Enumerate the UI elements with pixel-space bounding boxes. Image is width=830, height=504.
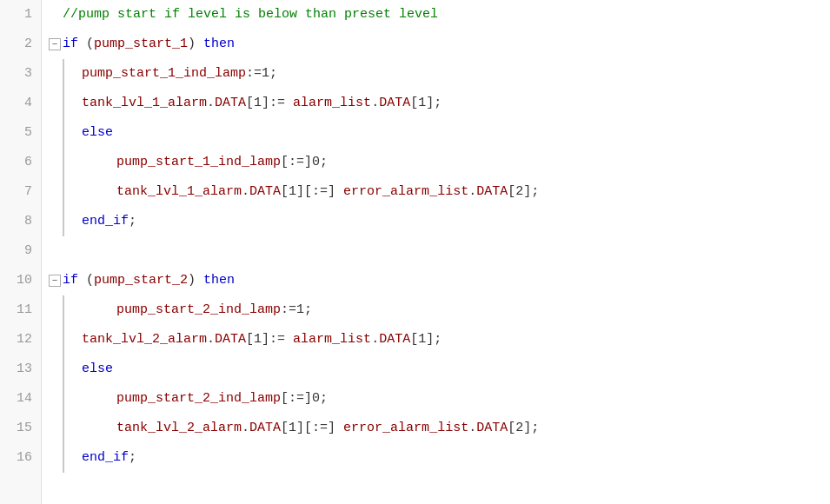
line-number: 3 bbox=[9, 59, 32, 89]
token-plain: ( bbox=[78, 266, 94, 295]
token-identifier: DATA bbox=[379, 89, 410, 118]
code-editor: 12345678910111213141516 //pump start if … bbox=[0, 0, 830, 504]
token-keyword: end_if bbox=[82, 443, 129, 473]
line-number: 12 bbox=[9, 325, 32, 355]
token-number: 1 bbox=[254, 89, 262, 118]
token-identifier: pump_start_1_ind_lamp bbox=[82, 59, 246, 89]
token-plain: . bbox=[468, 177, 476, 207]
token-plain: ) bbox=[188, 266, 203, 295]
token-plain: . bbox=[468, 414, 476, 443]
token-number: 1 bbox=[296, 295, 304, 325]
token-plain: ; bbox=[320, 148, 328, 177]
code-line: else bbox=[49, 118, 830, 148]
token-plain: ) bbox=[188, 30, 203, 59]
indent-bar bbox=[63, 414, 64, 443]
line-number: 10 bbox=[9, 266, 32, 295]
token-keyword: else bbox=[82, 355, 113, 384]
token-plain: [:=] bbox=[281, 148, 312, 177]
token-plain: [ bbox=[508, 177, 515, 207]
token-plain: [ bbox=[246, 325, 254, 355]
token-plain: . bbox=[242, 414, 249, 443]
token-number: 1 bbox=[418, 325, 426, 355]
token-plain: ]; bbox=[523, 414, 539, 443]
token-identifier: error_alarm_list bbox=[343, 177, 468, 207]
token-identifier: DATA bbox=[249, 177, 281, 207]
token-plain: ]; bbox=[523, 177, 539, 207]
indent-bar bbox=[63, 89, 64, 118]
code-line: tank_lvl_2_alarm.DATA[1]:= alarm_list.DA… bbox=[49, 325, 830, 355]
token-plain: [ bbox=[246, 89, 254, 118]
token-plain: . bbox=[207, 89, 215, 118]
code-line: tank_lvl_1_alarm.DATA[1][:=] error_alarm… bbox=[49, 177, 830, 207]
token-plain: ; bbox=[129, 443, 136, 473]
token-identifier: tank_lvl_2_alarm bbox=[82, 325, 207, 355]
line-number: 14 bbox=[9, 384, 32, 414]
token-identifier: error_alarm_list bbox=[343, 414, 468, 443]
token-plain: . bbox=[371, 325, 379, 355]
token-keyword: end_if bbox=[82, 207, 129, 236]
token-plain: ; bbox=[320, 384, 328, 414]
collapse-button[interactable]: − bbox=[49, 38, 61, 50]
code-line: pump_start_2_ind_lamp:=1; bbox=[49, 295, 830, 325]
line-number: 5 bbox=[9, 118, 32, 148]
code-line bbox=[49, 236, 830, 266]
token-identifier: DATA bbox=[379, 325, 410, 355]
line-number: 11 bbox=[9, 295, 32, 325]
token-number: 0 bbox=[312, 384, 320, 414]
token-keyword: else bbox=[82, 118, 113, 148]
indent-bar bbox=[63, 325, 64, 355]
code-line: −if (pump_start_1) then bbox=[49, 30, 830, 59]
collapse-button[interactable]: − bbox=[49, 275, 61, 287]
token-plain: := bbox=[246, 59, 262, 89]
token-number: 1 bbox=[289, 177, 296, 207]
token-number: 2 bbox=[515, 414, 523, 443]
token-identifier: pump_start_2_ind_lamp bbox=[116, 295, 281, 325]
token-identifier: DATA bbox=[476, 414, 508, 443]
token-identifier: tank_lvl_1_alarm bbox=[82, 89, 207, 118]
code-line: pump_start_2_ind_lamp[:=]0; bbox=[49, 384, 830, 414]
code-line: end_if; bbox=[49, 443, 830, 473]
token-plain: ]:= bbox=[262, 89, 293, 118]
code-line: tank_lvl_2_alarm.DATA[1][:=] error_alarm… bbox=[49, 414, 830, 443]
token-plain: [ bbox=[281, 177, 289, 207]
token-identifier: DATA bbox=[476, 177, 508, 207]
token-identifier: pump_start_2 bbox=[94, 266, 188, 295]
token-plain: ][:=] bbox=[296, 414, 343, 443]
token-keyword: then bbox=[203, 266, 235, 295]
token-plain: ]:= bbox=[262, 325, 293, 355]
token-plain: [ bbox=[410, 89, 418, 118]
indent-bar bbox=[63, 384, 64, 414]
token-plain: ( bbox=[78, 30, 94, 59]
line-number: 15 bbox=[9, 414, 32, 443]
token-identifier: DATA bbox=[215, 89, 246, 118]
token-number: 1 bbox=[262, 59, 269, 89]
line-number: 8 bbox=[9, 207, 32, 236]
token-plain: ]; bbox=[426, 89, 442, 118]
line-number: 2 bbox=[9, 30, 32, 59]
line-number: 6 bbox=[9, 148, 32, 177]
token-identifier: alarm_list bbox=[293, 89, 371, 118]
indent-bar bbox=[63, 207, 64, 236]
indent-bar bbox=[63, 118, 64, 148]
code-line: −if (pump_start_2) then bbox=[49, 266, 830, 295]
indent-bar bbox=[63, 148, 64, 177]
token-number: 1 bbox=[418, 89, 426, 118]
line-number: 9 bbox=[9, 236, 32, 266]
token-identifier: tank_lvl_1_alarm bbox=[116, 177, 242, 207]
token-identifier: pump_start_1_ind_lamp bbox=[116, 148, 281, 177]
line-number: 13 bbox=[9, 355, 32, 384]
code-line: else bbox=[49, 355, 830, 384]
token-comment: //pump start if level is below than pres… bbox=[63, 0, 438, 30]
line-number: 7 bbox=[9, 177, 32, 207]
token-number: 1 bbox=[289, 414, 296, 443]
token-plain: ; bbox=[304, 295, 312, 325]
token-plain: . bbox=[207, 325, 215, 355]
code-line: end_if; bbox=[49, 207, 830, 236]
token-number: 1 bbox=[254, 325, 262, 355]
token-plain: . bbox=[242, 177, 249, 207]
token-identifier: tank_lvl_2_alarm bbox=[116, 414, 242, 443]
code-line: tank_lvl_1_alarm.DATA[1]:= alarm_list.DA… bbox=[49, 89, 830, 118]
token-identifier: DATA bbox=[215, 325, 246, 355]
line-number: 4 bbox=[9, 89, 32, 118]
token-plain: . bbox=[371, 89, 379, 118]
